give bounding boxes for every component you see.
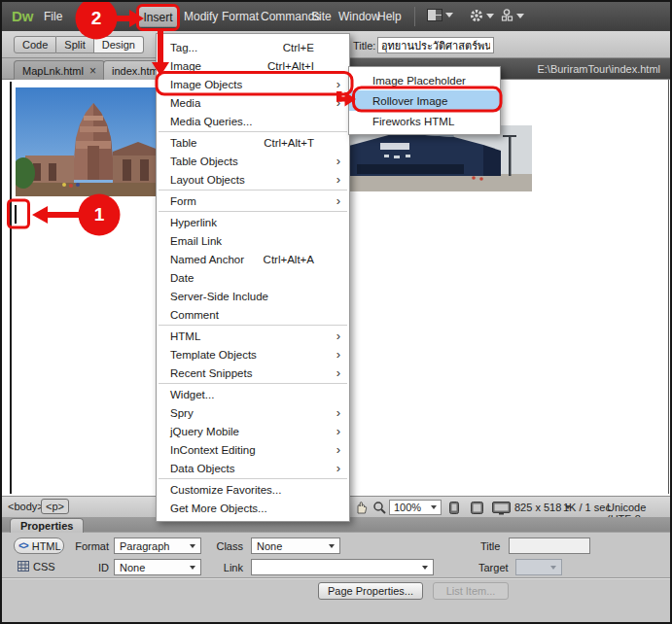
menu-item-tag[interactable]: Tag...Ctrl+E	[157, 38, 349, 56]
menu-item-customize-favorites[interactable]: Customize Favorites...	[157, 480, 349, 499]
menu-item-media-queries[interactable]: Media Queries...	[157, 112, 349, 130]
menu-format[interactable]: Format	[222, 10, 259, 23]
menu-item-layout-objects[interactable]: Layout Objects›	[157, 170, 349, 189]
document-title-input[interactable]	[377, 37, 494, 53]
mobile-size-icon[interactable]	[449, 502, 459, 514]
chevron-down-icon	[190, 566, 195, 570]
design-view-button[interactable]: Design	[94, 36, 144, 53]
menu-item-label: Layout Objects	[170, 174, 245, 186]
menu-item-comment[interactable]: Comment	[157, 305, 349, 324]
document-path-text: E:\BuriramTour\index.html	[537, 63, 660, 75]
menu-item-media[interactable]: Media›	[157, 93, 349, 112]
tag-selector-body[interactable]: <body>	[8, 501, 44, 512]
menu-item-image-objects[interactable]: Image Objects›	[157, 75, 349, 93]
menu-item-label: Image	[170, 60, 201, 72]
tab-properties[interactable]: Properties	[10, 518, 84, 533]
menu-bar: Dw File Insert Modify Format Commands Si…	[2, 2, 670, 31]
menu-item-jquery-mobile[interactable]: jQuery Mobile›	[157, 422, 349, 440]
menu-item-image[interactable]: ImageCtrl+Alt+I	[157, 56, 349, 75]
chevron-down-icon	[445, 13, 453, 17]
code-view-button[interactable]: Code	[14, 36, 56, 53]
menu-item-form[interactable]: Form›	[157, 191, 349, 210]
desktop-size-icon[interactable]	[492, 502, 511, 515]
zoom-tool-icon[interactable]	[372, 501, 386, 514]
submenu-item-label: Fireworks HTML	[372, 116, 454, 127]
submenu-item-fireworks-html[interactable]: Fireworks HTML	[349, 111, 500, 131]
menu-item-shortcut: Ctrl+Alt+A	[264, 254, 339, 265]
link-label: Link	[212, 562, 243, 573]
magnification-select[interactable]: 100%	[389, 500, 442, 515]
menu-item-table[interactable]: TableCtrl+Alt+T	[157, 133, 349, 152]
page-left-border	[10, 82, 12, 494]
format-select[interactable]: Paragraph	[114, 537, 201, 554]
submenu-item-label: Rollover Image	[372, 95, 447, 107]
menu-item-email-link[interactable]: Email Link	[157, 231, 349, 250]
hand-tool-icon[interactable]	[354, 501, 368, 514]
menu-separator	[159, 190, 347, 191]
app-logo: Dw	[12, 8, 34, 24]
menu-modify[interactable]: Modify	[184, 10, 218, 23]
menu-item-shortcut: Ctrl+Alt+I	[267, 60, 339, 72]
title-field-input[interactable]	[509, 537, 590, 554]
menu-item-named-anchor[interactable]: Named AnchorCtrl+Alt+A	[157, 250, 349, 268]
menu-item-template-objects[interactable]: Template Objects›	[157, 345, 349, 364]
menu-item-label: Template Objects	[170, 349, 257, 361]
window-size-value: 825 x 518	[514, 502, 561, 513]
menu-item-shortcut: Ctrl+E	[283, 42, 339, 53]
list-item-button: List Item...	[433, 582, 509, 600]
menu-item-hyperlink[interactable]: Hyperlink	[157, 213, 349, 231]
submenu-item-rollover-image[interactable]: Rollover Image	[349, 90, 500, 111]
settings-button[interactable]	[470, 9, 494, 22]
id-select[interactable]: None	[114, 559, 201, 575]
menu-file[interactable]: File	[44, 10, 62, 23]
menu-item-incontext-editing[interactable]: InContext Editing›	[157, 440, 349, 459]
menu-item-shortcut: Ctrl+Alt+T	[264, 137, 339, 149]
menu-item-html[interactable]: HTML›	[157, 327, 349, 345]
submenu-arrow-icon: ›	[336, 347, 340, 362]
id-label: ID	[72, 562, 109, 573]
menu-insert[interactable]: Insert	[138, 6, 178, 27]
menu-item-data-objects[interactable]: Data Objects›	[157, 459, 349, 477]
submenu-arrow-icon: ›	[336, 154, 340, 168]
menu-window[interactable]: Window	[338, 10, 380, 23]
menu-item-get-more-objects[interactable]: Get More Objects...	[157, 499, 349, 517]
page-properties-button[interactable]: Page Properties...	[318, 582, 423, 600]
split-view-button[interactable]: Split	[56, 36, 93, 53]
tablet-size-icon[interactable]	[471, 502, 483, 514]
tab-maplnk[interactable]: MapLnk.html ×	[14, 60, 105, 80]
submenu-arrow-icon: ›	[336, 193, 340, 208]
text-cursor	[15, 205, 17, 224]
target-label: Target	[478, 562, 509, 573]
menu-site[interactable]: Site	[311, 10, 332, 23]
class-value: None	[257, 540, 282, 552]
tag-selector-p[interactable]: <p>	[41, 499, 69, 514]
site-setup-button[interactable]	[500, 9, 524, 22]
close-icon[interactable]: ×	[89, 66, 96, 76]
submenu-arrow-icon: ›	[336, 424, 340, 438]
menu-item-server-side-include[interactable]: Server-Side Include	[157, 287, 349, 305]
chevron-down-icon	[190, 544, 195, 548]
menu-item-table-objects[interactable]: Table Objects›	[157, 152, 349, 170]
workspace-switcher-button[interactable]	[427, 9, 453, 21]
menu-item-recent-snippets[interactable]: Recent Snippets›	[157, 364, 349, 382]
temple-image[interactable]	[16, 87, 173, 196]
submenu-item-image-placeholder[interactable]: Image Placeholder	[349, 70, 500, 90]
menu-item-date[interactable]: Date	[157, 268, 349, 287]
menu-item-label: Data Objects	[170, 463, 234, 474]
html-button-label: HTML	[32, 540, 61, 552]
workspace-layout-icon	[427, 9, 442, 21]
format-value: Paragraph	[120, 540, 169, 552]
menu-separator	[159, 325, 347, 326]
link-combo[interactable]	[251, 559, 434, 575]
html-mode-button[interactable]: <> HTML	[14, 537, 64, 554]
css-mode-button[interactable]: CSS	[14, 558, 64, 574]
menu-help[interactable]: Help	[377, 10, 402, 23]
properties-panel: Properties <> HTML CSS Format Paragraph …	[2, 517, 670, 622]
class-select[interactable]: None	[251, 537, 340, 554]
submenu-arrow-icon: ›	[336, 405, 340, 420]
menu-item-spry[interactable]: Spry›	[157, 403, 349, 422]
menu-item-label: Table Objects	[170, 156, 238, 167]
insert-menu-list: Tag...Ctrl+EImageCtrl+Alt+IImage Objects…	[157, 38, 349, 517]
menu-item-widget[interactable]: Widget...	[157, 385, 349, 403]
stadium-image[interactable]	[337, 125, 532, 191]
